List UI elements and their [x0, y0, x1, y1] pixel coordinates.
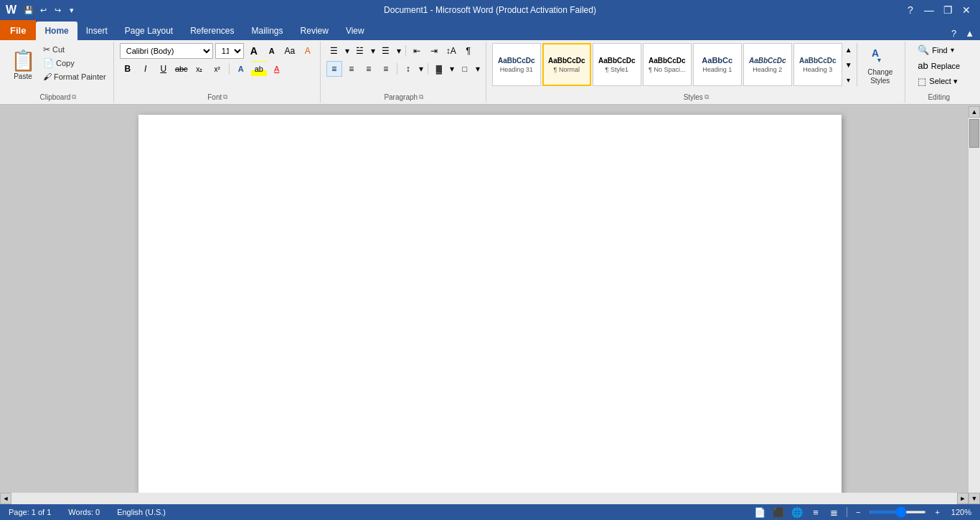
find-button[interactable]: 🔍 Find ▾ [913, 43, 964, 57]
help-button[interactable]: ? [903, 2, 918, 18]
style-heading2[interactable]: AaBbCcDc Heading 2 [743, 43, 792, 86]
underline-button[interactable]: U [156, 61, 171, 77]
save-button[interactable]: 💾 [22, 4, 35, 16]
font-grow-button[interactable]: A [246, 43, 262, 59]
highlight-button[interactable]: ab [251, 61, 267, 77]
minimize-button[interactable]: — [921, 2, 937, 18]
increase-indent-button[interactable]: ⇥ [426, 43, 442, 59]
align-left-button[interactable]: ≡ [326, 61, 342, 77]
copy-button[interactable]: 📄 Copy [40, 57, 109, 70]
customize-quick-access-button[interactable]: ▾ [65, 4, 78, 16]
bullets-button[interactable]: ☰ [326, 43, 342, 59]
change-case-button[interactable]: Aa [282, 43, 298, 59]
subscript-button[interactable]: x₂ [192, 61, 207, 77]
style-heading1[interactable]: AaBbCc Heading 1 [693, 43, 742, 86]
tab-references[interactable]: References [182, 22, 242, 40]
style-heading31[interactable]: AaBbCcDc Heading 31 [492, 43, 541, 86]
tab-view[interactable]: View [337, 22, 373, 40]
word-logo: W [6, 4, 17, 16]
font-color-button[interactable]: A [269, 61, 285, 77]
bullets-dropdown[interactable]: ▾ [344, 43, 351, 59]
close-button[interactable]: ✕ [958, 2, 974, 18]
ribbon-right: ? ▲ [948, 27, 980, 40]
print-layout-view[interactable]: 📄 [753, 506, 766, 519]
decrease-indent-button[interactable]: ⇤ [409, 43, 425, 59]
numbering-button[interactable]: ☱ [352, 43, 368, 59]
text-effects-button[interactable]: A [233, 61, 249, 77]
styles-expand-icon[interactable]: ⧉ [705, 93, 709, 101]
h-scroll-left[interactable]: ◄ [0, 493, 11, 504]
select-button[interactable]: ⬚ Select ▾ [913, 75, 964, 88]
outline-view[interactable]: ≡ [809, 506, 822, 519]
zoom-slider[interactable] [869, 511, 926, 514]
style-heading3[interactable]: AaBbCcDc Heading 3 [793, 43, 842, 86]
tab-file[interactable]: File [0, 20, 36, 40]
font-size-select[interactable]: 11 [215, 43, 244, 59]
strikethrough-button[interactable]: abc [174, 61, 189, 77]
styles-scroll-up[interactable]: ▲ [844, 43, 854, 56]
clipboard-expand-icon[interactable]: ⧉ [72, 93, 76, 101]
superscript-button[interactable]: x² [209, 61, 225, 77]
document-page[interactable] [138, 115, 842, 502]
align-center-button[interactable]: ≡ [344, 61, 359, 77]
restore-button[interactable]: ❐ [940, 2, 956, 18]
tab-home[interactable]: Home [36, 22, 77, 40]
ribbon-help-icon[interactable]: ? [948, 27, 959, 40]
page-info[interactable]: Page: 1 of 1 [6, 508, 54, 516]
cut-button[interactable]: ✂ Cut [40, 43, 109, 56]
h-scroll-right[interactable]: ► [957, 493, 969, 504]
borders-button[interactable]: □ [457, 61, 473, 77]
shading-dropdown[interactable]: ▾ [448, 61, 456, 77]
full-screen-view[interactable]: ⬛ [772, 506, 785, 519]
zoom-level[interactable]: 120% [948, 508, 974, 516]
numbering-dropdown[interactable]: ▾ [369, 43, 377, 59]
style-normal[interactable]: AaBbCcDc ¶ Normal [542, 43, 591, 86]
line-spacing-button[interactable]: ↕ [400, 61, 416, 77]
draft-view[interactable]: ≣ [828, 506, 841, 519]
bold-button[interactable]: B [120, 61, 136, 77]
find-dropdown[interactable]: ▾ [951, 46, 954, 54]
italic-button[interactable]: I [138, 61, 154, 77]
font-expand-icon[interactable]: ⧉ [223, 93, 227, 101]
multilevel-button[interactable]: ☰ [378, 43, 394, 59]
scroll-down-arrow[interactable]: ▼ [969, 493, 980, 504]
paragraph-expand-icon[interactable]: ⧉ [419, 93, 423, 101]
borders-dropdown[interactable]: ▾ [474, 61, 481, 77]
shading-button[interactable]: ▓ [431, 61, 447, 77]
undo-button[interactable]: ↩ [37, 4, 50, 16]
redo-button[interactable]: ↪ [51, 4, 64, 16]
language-info[interactable]: English (U.S.) [114, 508, 169, 516]
style-style1[interactable]: AaBbCcDc ¶ Style1 [593, 43, 641, 86]
line-spacing-dropdown[interactable]: ▾ [418, 61, 425, 77]
web-layout-view[interactable]: 🌐 [791, 506, 804, 519]
tab-mailings[interactable]: Mailings [243, 22, 292, 40]
ribbon: 📋 Paste ✂ Cut 📄 Copy 🖌 Format Painter [0, 40, 980, 105]
styles-more[interactable]: ▾ [844, 73, 854, 86]
scroll-thumb[interactable] [969, 119, 979, 148]
font-shrink-button[interactable]: A [264, 43, 280, 59]
scroll-up-arrow[interactable]: ▲ [969, 106, 980, 118]
zoom-out[interactable]: − [853, 508, 863, 516]
tab-page-layout[interactable]: Page Layout [116, 22, 182, 40]
font-name-select[interactable]: Calibri (Body) [120, 43, 213, 59]
clipboard-small-buttons: ✂ Cut 📄 Copy 🖌 Format Painter [40, 43, 109, 83]
justify-button[interactable]: ≡ [378, 61, 394, 77]
paste-button[interactable]: 📋 Paste [7, 43, 39, 86]
multilevel-dropdown[interactable]: ▾ [395, 43, 402, 59]
ribbon-minimize-icon[interactable]: ▲ [962, 27, 977, 40]
style-no-spacing[interactable]: AaBbCcDc ¶ No Spaci... [643, 43, 692, 86]
align-right-button[interactable]: ≡ [361, 61, 377, 77]
tab-review[interactable]: Review [292, 22, 337, 40]
copy-label: Copy [56, 59, 75, 67]
zoom-in[interactable]: + [932, 508, 942, 516]
change-styles-button[interactable]: A ▾ Change Styles [860, 43, 900, 86]
tab-insert[interactable]: Insert [77, 22, 116, 40]
styles-scroll-down[interactable]: ▼ [844, 58, 854, 71]
show-marks-button[interactable]: ¶ [461, 43, 476, 59]
sort-button[interactable]: ↕A [443, 43, 459, 59]
separator-4 [428, 63, 428, 75]
replace-button[interactable]: ab Replace [913, 59, 964, 72]
clear-formatting-button[interactable]: A [300, 43, 316, 59]
words-info[interactable]: Words: 0 [65, 508, 103, 516]
format-painter-button[interactable]: 🖌 Format Painter [40, 70, 109, 83]
